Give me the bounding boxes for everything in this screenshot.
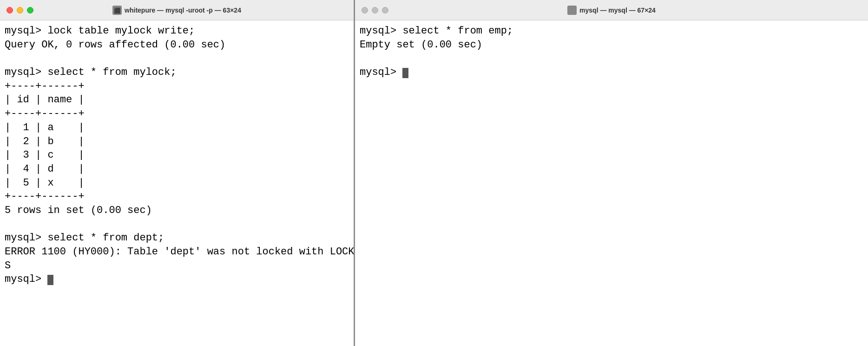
left-title-bar: ⬛ whitepure — mysql -uroot -p — 63×24 [0,0,354,20]
left-cursor [47,275,53,285]
right-terminal-window[interactable]: mysql — mysql — 67×24 mysql> select * fr… [354,0,868,346]
maximize-button[interactable] [27,7,33,13]
left-terminal-window[interactable]: ⬛ whitepure — mysql -uroot -p — 63×24 my… [0,0,354,346]
right-window-controls[interactable] [362,7,388,13]
right-cursor [402,68,408,78]
right-minimize-button[interactable] [372,7,378,13]
svg-text:⬛: ⬛ [114,7,121,14]
svg-rect-2 [567,6,577,15]
left-terminal-text: mysql> lock table mylock write; Query OK… [5,25,354,285]
left-title-text: ⬛ whitepure — mysql -uroot -p — 63×24 [112,6,241,15]
right-terminal-icon [567,6,577,15]
right-maximize-button[interactable] [382,7,388,13]
terminal-icon: ⬛ [112,6,122,15]
right-terminal-content[interactable]: mysql> select * from emp; Empty set (0.0… [355,20,868,346]
minimize-button[interactable] [17,7,23,13]
right-title-text: mysql — mysql — 67×24 [567,6,656,15]
left-terminal-content[interactable]: mysql> lock table mylock write; Query OK… [0,20,354,346]
right-title-bar: mysql — mysql — 67×24 [355,0,868,20]
right-close-button[interactable] [362,7,368,13]
left-window-title: whitepure — mysql -uroot -p — 63×24 [125,7,241,14]
left-window-controls[interactable] [7,7,33,13]
close-button[interactable] [7,7,13,13]
right-window-title: mysql — mysql — 67×24 [579,7,656,14]
right-terminal-text: mysql> select * from emp; Empty set (0.0… [360,25,513,78]
